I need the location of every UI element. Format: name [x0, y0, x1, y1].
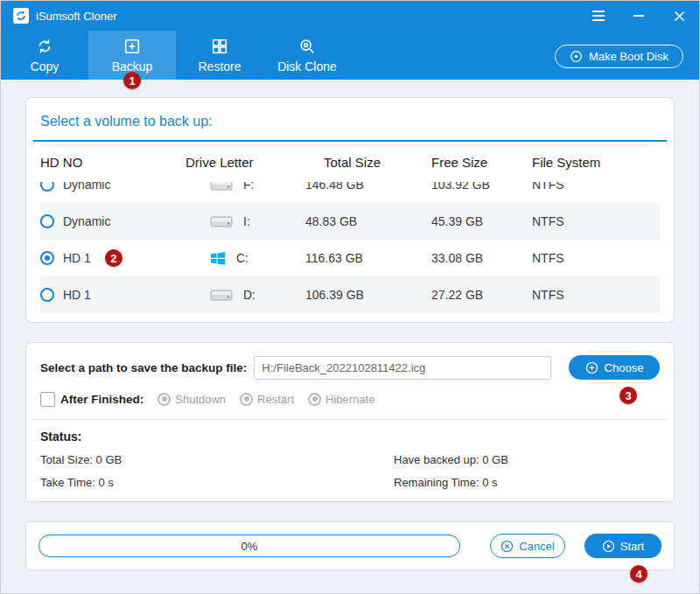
- volume-table-body: Dynamic F: 146.48 GB 103.92 GB NTFS: [40, 182, 660, 313]
- cancel-button[interactable]: Cancel: [490, 534, 565, 558]
- col-hd-no: HD NO: [40, 155, 186, 170]
- play-circle-icon: [602, 540, 615, 553]
- col-total-size: Total Size: [305, 155, 431, 170]
- hdd-icon: [210, 182, 233, 192]
- col-drive-letter: Drive Letter: [186, 155, 305, 170]
- hdd-icon: [210, 288, 233, 302]
- free-size-value: 103.92 GB: [431, 182, 532, 192]
- file-system-value: NTFS: [532, 288, 660, 302]
- backup-plus-icon: [122, 37, 142, 56]
- volume-radio-selected[interactable]: [40, 251, 54, 265]
- total-size-value: 116.63 GB: [305, 251, 431, 265]
- backup-path-input[interactable]: [254, 356, 551, 380]
- windows-icon: [210, 251, 226, 266]
- window-controls: [591, 8, 687, 24]
- disk-clone-magnifier-icon: [298, 37, 317, 56]
- choose-button[interactable]: Choose: [569, 355, 660, 380]
- window-title: iSumsoft Cloner: [36, 10, 116, 23]
- app-logo-icon: [13, 8, 29, 24]
- volume-panel-title: Select a volume to back up:: [40, 114, 660, 129]
- col-free-size: Free Size: [431, 155, 532, 170]
- drive-letter-value: D:: [243, 288, 256, 302]
- progress-bar: 0%: [38, 535, 460, 557]
- volume-radio[interactable]: [40, 288, 54, 302]
- minimize-icon[interactable]: [631, 8, 647, 24]
- option-restart[interactable]: Restart: [240, 393, 294, 406]
- titlebar: iSumsoft Cloner: [1, 1, 699, 31]
- volume-select-panel: Select a volume to back up: HD NO Drive …: [25, 97, 675, 323]
- main-content: Select a volume to back up: HD NO Drive …: [1, 80, 699, 570]
- step-badge-3: 3: [620, 387, 637, 404]
- drive-letter-value: C:: [236, 251, 248, 265]
- step-badge-2: 2: [105, 249, 122, 267]
- file-system-value: NTFS: [532, 182, 660, 192]
- shutdown-label: Shutdown: [175, 393, 226, 406]
- tab-disk-clone[interactable]: Disk Clone: [263, 31, 351, 80]
- restore-grid-icon: [210, 37, 229, 56]
- status-divider: [33, 419, 667, 420]
- table-row[interactable]: Dynamic I: 48.83 GB 45.39 GB NTFS: [40, 203, 660, 240]
- hd-no-value: Dynamic: [63, 182, 110, 192]
- total-size-value: 146.48 GB: [305, 182, 431, 192]
- start-button[interactable]: Start: [584, 534, 662, 558]
- tab-backup[interactable]: Backup 1: [88, 31, 176, 80]
- volume-radio[interactable]: [40, 182, 54, 192]
- free-size-value: 33.08 GB: [431, 251, 532, 265]
- app-window: iSumsoft Cloner Copy Backup 1: [0, 0, 700, 594]
- volume-radio[interactable]: [40, 214, 54, 228]
- table-row-selected[interactable]: HD 1 2 C: 116.63 GB 33.08 GB: [40, 240, 660, 276]
- tab-restore[interactable]: Restore: [176, 31, 263, 80]
- drive-letter-value: I:: [243, 214, 250, 228]
- file-system-value: NTFS: [532, 214, 660, 228]
- option-shutdown[interactable]: Shutdown: [158, 393, 226, 406]
- boot-disk-icon: [570, 50, 583, 63]
- choose-label: Choose: [605, 361, 644, 374]
- hd-no-value: HD 1: [63, 288, 91, 302]
- total-size-value: 48.83 GB: [305, 214, 431, 228]
- hibernate-radio[interactable]: [308, 393, 321, 406]
- toolbar: Copy Backup 1 Restore Disk Clone: [1, 31, 699, 80]
- after-finished-label: After Finished:: [60, 393, 144, 406]
- start-label: Start: [620, 540, 644, 553]
- total-size-value: 106.39 GB: [305, 288, 431, 302]
- tab-label: Disk Clone: [277, 59, 337, 73]
- make-boot-disk-label: Make Boot Disk: [589, 50, 668, 63]
- backup-settings-panel: Select a path to save the backup file: C…: [25, 342, 675, 502]
- free-size-value: 27.22 GB: [431, 288, 532, 302]
- option-hibernate[interactable]: Hibernate: [308, 393, 374, 406]
- plus-circle-icon: [585, 361, 598, 374]
- take-time-stat: Take Time: 0 s: [40, 476, 394, 489]
- tab-label: Copy: [31, 59, 60, 73]
- hd-no-value: Dynamic: [63, 214, 110, 228]
- progress-percent: 0%: [242, 540, 258, 553]
- hibernate-label: Hibernate: [326, 393, 374, 406]
- hdd-icon: [210, 214, 233, 228]
- sync-icon: [35, 37, 54, 56]
- backup-path-label: Select a path to save the backup file:: [40, 361, 247, 374]
- tab-label: Restore: [198, 59, 241, 73]
- hd-no-value: HD 1: [63, 251, 91, 265]
- tab-copy[interactable]: Copy: [1, 31, 88, 80]
- status-title: Status:: [40, 430, 660, 444]
- table-row[interactable]: HD 1 D: 106.39 GB 27.22 GB NTFS: [40, 276, 660, 313]
- progress-panel: 0% Cancel Start 4: [25, 521, 675, 570]
- remaining-time-stat: Remaining Time: 0 s: [394, 476, 660, 489]
- volume-table-header: HD NO Drive Letter Total Size Free Size …: [40, 142, 660, 182]
- step-badge-4: 4: [630, 565, 648, 583]
- total-size-stat: Total Size: 0 GB: [40, 453, 394, 466]
- restart-label: Restart: [257, 393, 294, 406]
- menu-icon[interactable]: [591, 8, 606, 24]
- col-file-system: File System: [532, 155, 660, 170]
- make-boot-disk-button[interactable]: Make Boot Disk: [555, 45, 683, 68]
- cancel-label: Cancel: [519, 540, 554, 553]
- free-size-value: 45.39 GB: [431, 214, 532, 228]
- step-badge-1: 1: [123, 72, 141, 89]
- table-row[interactable]: Dynamic F: 146.48 GB 103.92 GB NTFS: [40, 182, 660, 203]
- restart-radio[interactable]: [240, 393, 253, 406]
- after-finished-checkbox[interactable]: [40, 392, 55, 407]
- shutdown-radio[interactable]: [158, 393, 171, 406]
- file-system-value: NTFS: [532, 251, 660, 265]
- cancel-circle-icon: [500, 540, 514, 553]
- close-icon[interactable]: [671, 8, 687, 24]
- drive-letter-value: F:: [243, 182, 254, 192]
